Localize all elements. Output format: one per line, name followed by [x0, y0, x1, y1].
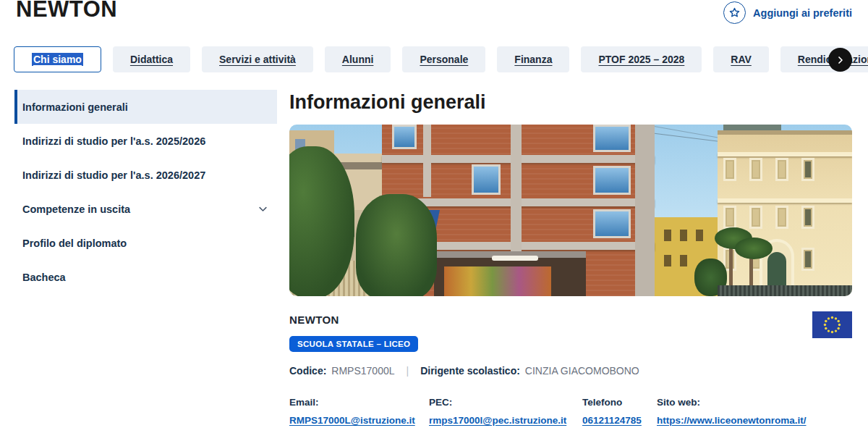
email-label: Email: [289, 397, 429, 408]
pec-link[interactable]: rmps17000l@pec.istruzione.it [429, 415, 566, 426]
content: Informazioni generali Indirizzi di studi… [0, 73, 868, 426]
tab-chi-siamo-label: Chi siamo [32, 53, 83, 66]
sito-web-link[interactable]: https://www.liceonewtonroma.it/ [657, 415, 807, 426]
tab-rav[interactable]: RAV [713, 46, 769, 72]
tab-rendicontazione-sociale[interactable]: Rendicontazione sociale [780, 46, 868, 72]
director-label: Dirigente scolastico: [420, 365, 520, 377]
sidebar-item-label: Bacheca [22, 272, 66, 283]
tab-chi-siamo[interactable]: Chi siamo [14, 46, 101, 72]
tabs-next-button[interactable] [828, 48, 852, 72]
code-value: RMPS17000L [331, 365, 394, 377]
sidebar: Informazioni generali Indirizzi di studi… [14, 90, 277, 426]
school-photo [289, 125, 852, 296]
divider: | [407, 365, 409, 377]
email-link[interactable]: RMPS17000L@istruzione.it [289, 415, 415, 426]
sidebar-item-profilo-del-diplomato[interactable]: Profilo del diplomato [14, 226, 277, 260]
sidebar-item-label: Competenze in uscita [22, 203, 130, 215]
telefono-label: Telefono [582, 397, 657, 408]
sidebar-item-informazioni-generali[interactable]: Informazioni generali [14, 90, 277, 124]
top-header: NEWTON Aggiungi ai preferiti [0, 0, 868, 24]
star-icon [723, 1, 746, 24]
school-info: NEWTON SCUOLA STATALE – LICEO Codice: RM… [289, 314, 852, 426]
contact-pec: PEC: rmps17000l@pec.istruzione.it [429, 397, 582, 426]
tab-bar: Chi siamo Didattica Servizi e attività A… [0, 46, 868, 73]
sidebar-item-bacheca[interactable]: Bacheca [14, 260, 277, 294]
contacts-row: Email: RMPS17000L@istruzione.it PEC: rmp… [289, 397, 852, 426]
chevron-right-icon [836, 56, 845, 64]
add-favorites-label: Aggiungi ai preferiti [753, 7, 852, 19]
sidebar-item-label: Informazioni generali [22, 101, 128, 113]
tab-didattica[interactable]: Didattica [113, 46, 190, 72]
tab-ptof-2025-2028[interactable]: PTOF 2025 – 2028 [581, 46, 702, 72]
chevron-down-icon [258, 203, 268, 214]
tab-personale[interactable]: Personale [402, 46, 485, 72]
contact-sito-web: Sito web: https://www.liceonewtonroma.it… [657, 397, 807, 426]
telefono-link[interactable]: 06121124785 [582, 415, 642, 426]
director-value: CINZIA GIACOMOBONO [525, 365, 639, 377]
sito-web-label: Sito web: [657, 397, 807, 408]
pec-label: PEC: [429, 397, 582, 408]
code-label: Codice: [289, 365, 326, 377]
sidebar-item-competenze-in-uscita[interactable]: Competenze in uscita [14, 192, 277, 226]
main-panel: Informazioni generali [289, 90, 852, 426]
add-favorites-button[interactable]: Aggiungi ai preferiti [723, 1, 852, 24]
contact-telefono: Telefono 06121124785 [582, 397, 657, 426]
code-director-row: Codice: RMPS17000L | Dirigente scolastic… [289, 365, 852, 377]
page-title: Informazioni generali [289, 91, 852, 114]
tab-finanza[interactable]: Finanza [497, 46, 569, 72]
school-title: NEWTON [16, 0, 117, 22]
tab-alunni[interactable]: Alunni [325, 46, 391, 72]
school-name: NEWTON [289, 314, 852, 326]
sidebar-item-indirizzi-2026-2027[interactable]: Indirizzi di studio per l'a.s. 2026/2027 [14, 158, 277, 192]
tab-servizi-e-attivita[interactable]: Servizi e attività [202, 46, 313, 72]
sidebar-item-label: Profilo del diplomato [22, 238, 127, 249]
eu-flag-icon [812, 311, 852, 338]
sidebar-item-indirizzi-2025-2026[interactable]: Indirizzi di studio per l'a.s. 2025/2026 [14, 124, 277, 158]
sidebar-item-label: Indirizzi di studio per l'a.s. 2026/2027 [22, 169, 205, 181]
sidebar-item-label: Indirizzi di studio per l'a.s. 2025/2026 [22, 135, 205, 147]
contact-email: Email: RMPS17000L@istruzione.it [289, 397, 429, 426]
school-type-badge: SCUOLA STATALE – LICEO [289, 336, 418, 352]
